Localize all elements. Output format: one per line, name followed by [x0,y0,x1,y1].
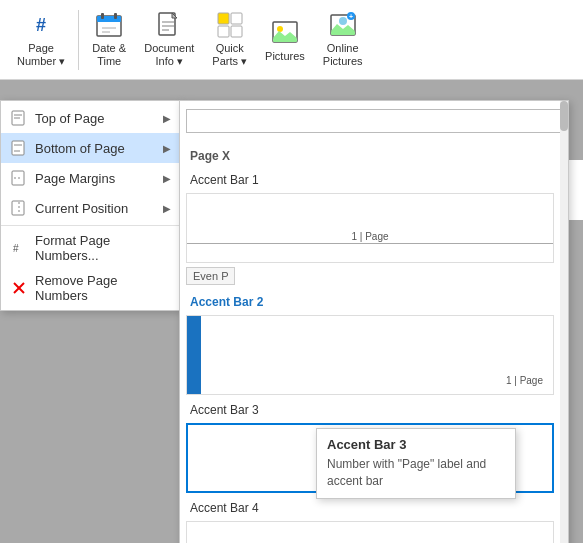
svg-rect-11 [231,13,242,24]
top-of-page-arrow: ▶ [163,113,171,124]
accent-bar-2-text: 1 | Page [506,375,543,386]
svg-text:+: + [349,13,353,20]
menu-item-top-of-page[interactable]: Top of Page ▶ [1,103,179,133]
format-page-numbers-icon: # [9,238,29,258]
document-area: Diff Diff Sho Top of Page ▶ Bottom of Pa… [0,80,583,543]
quick-parts-label: QuickParts ▾ [212,42,247,68]
document-info-label: DocumentInfo ▾ [144,42,194,68]
menu-item-page-margins[interactable]: Page Margins ▶ [1,163,179,193]
menu-item-current-position[interactable]: Current Position ▶ [1,193,179,223]
page-number-icon: # [25,11,57,41]
quick-parts-icon [214,11,246,41]
remove-page-numbers-icon [9,278,29,298]
date-time-button[interactable]: Date &Time [83,6,135,74]
submenu-search-box[interactable] [186,109,562,133]
even-page-label: Even P [186,267,235,285]
menu-item-remove-page-numbers[interactable]: Remove Page Numbers [1,268,179,308]
quick-parts-button[interactable]: QuickParts ▾ [203,6,256,74]
submenu-search-input[interactable] [187,112,561,130]
online-pictures-icon: + [327,11,359,41]
accent-bar-2-label: Accent Bar 2 [186,291,554,311]
date-time-label: Date &Time [92,42,126,68]
pictures-label: Pictures [265,50,305,63]
svg-rect-16 [273,38,297,42]
online-pictures-label: OnlinePictures [323,42,363,68]
format-page-numbers-label: Format Page Numbers... [35,233,171,263]
svg-rect-30 [12,201,24,215]
date-time-icon [93,11,125,41]
svg-rect-2 [101,13,104,19]
online-pictures-button[interactable]: + OnlinePictures [314,6,372,74]
separator-1 [78,10,79,70]
current-position-label: Current Position [35,201,163,216]
menu-item-bottom-of-page[interactable]: Bottom of Page ▶ [1,133,179,163]
bottom-of-page-arrow: ▶ [163,143,171,154]
page-number-button[interactable]: # PageNumber ▾ [8,6,74,74]
document-info-button[interactable]: DocumentInfo ▾ [135,6,203,74]
document-info-icon [153,11,185,41]
svg-rect-3 [114,13,117,19]
svg-text:#: # [13,243,19,254]
context-menu: Top of Page ▶ Bottom of Page ▶ Page Marg… [0,100,180,311]
gallery-item-accent-bar-2[interactable]: 1 | Page [186,315,554,395]
ribbon: # PageNumber ▾ Date &Time [0,0,583,80]
svg-rect-1 [97,16,121,22]
tooltip-box: Accent Bar 3 Number with "Page" label an… [316,428,516,499]
current-position-arrow: ▶ [163,203,171,214]
accent-bar-1-label: Accent Bar 1 [186,169,554,189]
menu-separator-1 [1,225,179,226]
remove-page-numbers-label: Remove Page Numbers [35,273,171,303]
accent-bar-1-text: 1 | Page [351,231,388,242]
page-margins-arrow: ▶ [163,173,171,184]
bottom-of-page-icon [9,138,29,158]
tooltip-title: Accent Bar 3 [327,437,505,452]
gallery-section-page-x: Page X [186,145,554,165]
tooltip-description: Number with "Page" label and accent bar [327,456,505,490]
bottom-of-page-label: Bottom of Page [35,141,163,156]
svg-rect-10 [218,13,229,24]
menu-item-format-page-numbers[interactable]: # Format Page Numbers... [1,228,179,268]
submenu-scrollbar[interactable] [560,101,568,543]
current-position-icon [9,198,29,218]
svg-rect-25 [12,141,24,155]
gallery-item-accent-bar-4[interactable]: Page | 1 [186,521,554,543]
submenu-scrollbar-thumb [560,101,568,131]
accent-bar-4-label: Accent Bar 4 [186,497,554,517]
top-of-page-icon [9,108,29,128]
page-number-label: PageNumber ▾ [17,42,65,68]
svg-rect-13 [231,26,242,37]
gallery-item-accent-bar-1[interactable]: 1 | Page [186,193,554,263]
svg-rect-12 [218,26,229,37]
page-margins-icon [9,168,29,188]
accent-bar-3-label: Accent Bar 3 [186,399,554,419]
svg-rect-19 [331,31,355,35]
page-margins-label: Page Margins [35,171,163,186]
pictures-button[interactable]: Pictures [256,6,314,74]
pictures-icon [269,16,301,48]
svg-point-15 [277,26,283,32]
top-of-page-label: Top of Page [35,111,163,126]
svg-point-18 [339,17,347,25]
